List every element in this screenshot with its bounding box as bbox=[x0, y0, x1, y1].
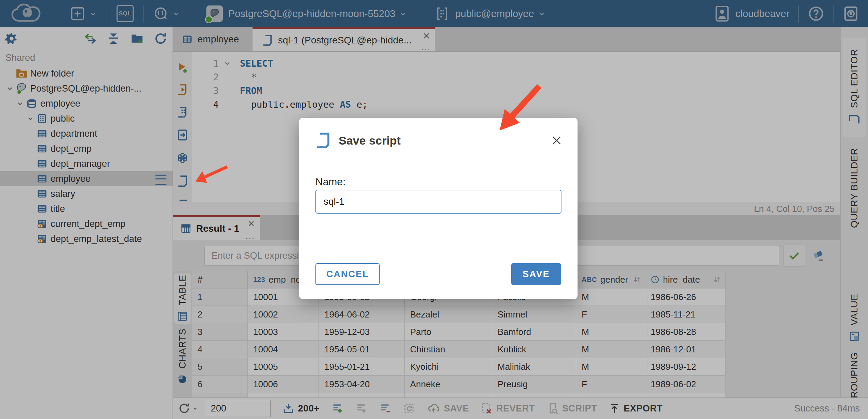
dialog-title: Save script bbox=[339, 134, 401, 147]
dialog-header: Save script bbox=[299, 118, 578, 149]
name-field-label: Name: bbox=[299, 149, 578, 188]
script-name-input[interactable] bbox=[315, 190, 561, 214]
save-script-dialog: Save script Name: CANCEL SAVE bbox=[299, 118, 578, 299]
cloudbeaver-app: SQL PostgreSQL@ep-hidden-moon-55203 publ… bbox=[0, 0, 868, 419]
save-button[interactable]: SAVE bbox=[511, 263, 561, 285]
dialog-buttons: CANCEL SAVE bbox=[315, 263, 561, 285]
script-icon bbox=[315, 132, 331, 149]
close-icon[interactable] bbox=[551, 135, 562, 146]
cancel-button[interactable]: CANCEL bbox=[315, 263, 380, 285]
